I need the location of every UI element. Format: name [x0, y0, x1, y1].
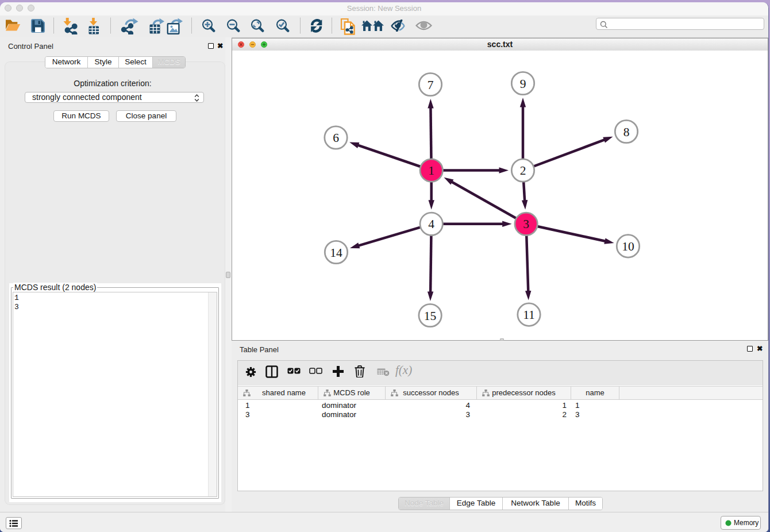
svg-text:15: 15	[424, 309, 437, 323]
svg-text:7: 7	[428, 78, 434, 92]
svg-text:6: 6	[333, 131, 339, 145]
svg-text:2: 2	[520, 164, 526, 178]
svg-text:8: 8	[623, 125, 630, 139]
svg-text:1: 1	[428, 164, 434, 178]
svg-text:14: 14	[330, 246, 342, 260]
svg-text:3: 3	[523, 217, 529, 231]
svg-text:10: 10	[622, 240, 634, 253]
svg-text:4: 4	[428, 217, 434, 231]
svg-text:11: 11	[523, 308, 535, 322]
svg-text:9: 9	[520, 77, 526, 91]
